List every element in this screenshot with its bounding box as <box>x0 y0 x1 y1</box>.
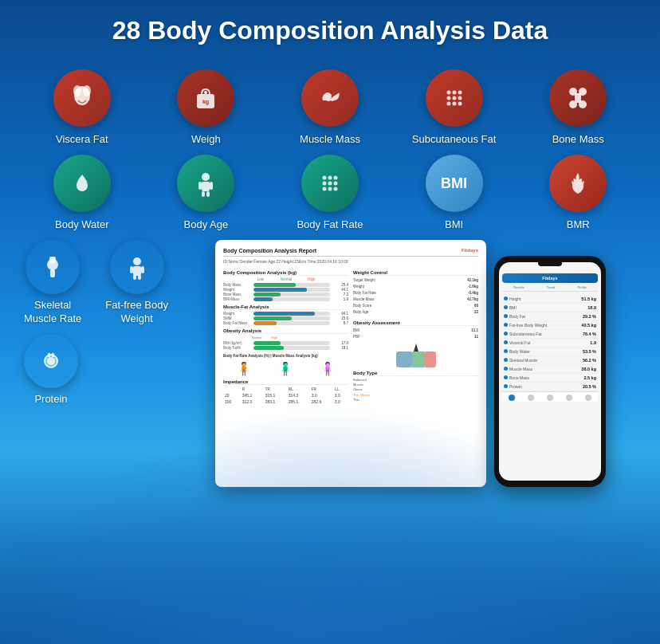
svg-point-31 <box>333 181 337 185</box>
phone-row-bone-mass: Bone Mass 2.5 kg <box>502 374 598 383</box>
report-left-col: Body Composition Analysis (kg) Low Norma… <box>223 267 348 406</box>
svg-rect-37 <box>49 257 56 263</box>
protein-label: Protein <box>34 393 67 406</box>
report-title: Body Composition Analysis Report Fitdays <box>223 248 478 257</box>
svg-rect-47 <box>52 353 54 357</box>
phone-nav <box>502 391 598 402</box>
svg-point-13 <box>452 102 456 106</box>
bmi-icon: BMI <box>426 155 483 212</box>
icon-item-body-fat-rate: Body Fat Rate <box>272 155 388 232</box>
phone-tab-profile[interactable]: Profile <box>577 285 586 289</box>
weigh-icon: kg <box>177 69 234 127</box>
main-container: 28 Body Composition Analysis Data Viscer… <box>0 0 660 644</box>
phone-nav-dot-1[interactable] <box>509 395 515 401</box>
phone-nav-dot-4[interactable] <box>566 395 572 401</box>
bf-row: Body Fat Mass 8.7 <box>223 321 348 325</box>
svg-point-7 <box>452 91 456 95</box>
svg-rect-24 <box>202 191 205 197</box>
phone-tab-results[interactable]: Results <box>513 285 524 289</box>
svg-rect-43 <box>138 275 141 280</box>
page-title: 28 Body Composition Analysis Data <box>24 16 636 45</box>
smm-row2: SMM 15.6 <box>223 316 348 320</box>
mf-weight-row: Weight 44.1 <box>223 312 348 316</box>
subcutaneous-fat-label: Subcutaneous Fat <box>412 133 497 147</box>
body-water-label: Body Water <box>55 218 108 232</box>
svg-rect-36 <box>50 269 55 277</box>
icon-item-viscera-fat: Viscera Fat <box>24 69 140 147</box>
icon-item-body-water: Body Water <box>24 155 140 232</box>
phone-notch <box>538 262 562 266</box>
svg-point-27 <box>328 175 332 179</box>
icon-item-skeletal-muscle: SkeletalMuscle Rate <box>24 240 81 326</box>
bmi-text: BMI <box>441 176 467 190</box>
phone-row-visceral: Visceral Fat 1.9 <box>502 339 598 348</box>
fat-free-icon <box>110 240 164 294</box>
skeletal-muscle-icon <box>26 240 80 294</box>
phone-nav-dot-5[interactable] <box>585 395 591 401</box>
icon-item-bone-mass: Bone Mass <box>520 69 636 147</box>
icon-item-subcutaneous-fat: Subcutaneous Fat <box>396 69 513 147</box>
svg-rect-21 <box>202 182 210 191</box>
svg-rect-19 <box>575 93 581 103</box>
bmr-label: BMR <box>567 218 590 232</box>
svg-rect-23 <box>210 182 213 190</box>
impedance-title: Impedance <box>223 379 348 385</box>
body-fat-rate-label: Body Fat Rate <box>297 218 363 232</box>
svg-rect-40 <box>130 266 133 273</box>
bfp-row: Body Fat% 18.1 <box>223 346 348 350</box>
report-two-col: Body Composition Analysis (kg) Low Norma… <box>223 267 478 406</box>
fat-free-label: Fat-free BodyWeight <box>105 299 168 326</box>
svg-point-1 <box>73 85 81 96</box>
phone-row-bmi: BMI 18.9 <box>502 304 598 312</box>
body-type-title: Body Type <box>353 371 478 376</box>
impedance-table: RTRRLFRLL 20345.1315.1314.33.03.0 100312… <box>223 387 348 405</box>
svg-point-29 <box>322 181 326 185</box>
icon-item-fat-free: Fat-free BodyWeight <box>105 240 168 326</box>
svg-rect-42 <box>133 275 136 280</box>
phone-tab-trend[interactable]: Trend <box>547 285 555 289</box>
obesity-assess-title: Obesity Assessment <box>353 320 478 326</box>
body-mass-row: Body Mass 25.4 <box>223 283 348 287</box>
bone-row: Bone Mass 7.3 <box>223 293 348 296</box>
bg-ripple2 <box>0 485 660 644</box>
icon-item-body-age: Body Age <box>148 155 265 232</box>
smm-row: BMI Mass 1.9 <box>223 297 348 301</box>
svg-point-32 <box>322 187 326 190</box>
svg-point-20 <box>202 173 210 181</box>
phone-row-fat-free: Fat-free Body Weight 40.5 kg <box>502 321 598 330</box>
svg-point-14 <box>458 102 462 106</box>
icon-item-weigh: kg Weigh <box>148 69 265 147</box>
svg-point-10 <box>452 96 456 100</box>
svg-point-26 <box>322 175 326 179</box>
body-fat-rate-icon <box>301 155 359 212</box>
phone-row-subcutaneous: Subcutaneous Fat 76.4 % <box>502 330 598 339</box>
report-container: Body Composition Analysis Report Fitdays… <box>215 240 636 487</box>
svg-rect-39 <box>133 266 141 276</box>
svg-point-6 <box>446 91 450 95</box>
svg-rect-41 <box>141 266 144 273</box>
bone-mass-label: Bone Mass <box>552 133 604 147</box>
body-age-label: Body Age <box>184 218 229 232</box>
muscle-mass-icon <box>301 69 359 127</box>
body-age-icon <box>177 155 234 212</box>
left-icons-row-1: SkeletalMuscle Rate Fat-free Body <box>24 240 199 326</box>
svg-point-38 <box>133 257 141 265</box>
phone-nav-dot-3[interactable] <box>547 395 553 401</box>
muscle-mass-label: Muscle Mass <box>300 133 360 147</box>
svg-rect-51 <box>424 351 436 367</box>
icon-item-protein: Protein <box>24 334 78 406</box>
body-comp-title: Body Composition Analysis (kg) <box>223 270 348 276</box>
body-water-icon <box>53 155 111 212</box>
phone-nav-dot-2[interactable] <box>528 395 534 401</box>
svg-rect-25 <box>206 191 210 197</box>
svg-marker-52 <box>414 344 418 351</box>
icon-item-muscle-mass: Muscle Mass <box>272 69 388 147</box>
svg-point-34 <box>333 187 337 190</box>
viscera-fat-icon <box>53 69 111 127</box>
svg-rect-46 <box>48 353 50 357</box>
svg-rect-50 <box>412 351 424 367</box>
phone-screen: Fitdays Results Trend Profile Height 51.… <box>499 262 601 481</box>
weight-control-title: Weight Control <box>353 270 478 276</box>
skeletal-muscle-label: SkeletalMuscle Rate <box>24 299 81 326</box>
bone-mass-icon <box>549 69 607 127</box>
